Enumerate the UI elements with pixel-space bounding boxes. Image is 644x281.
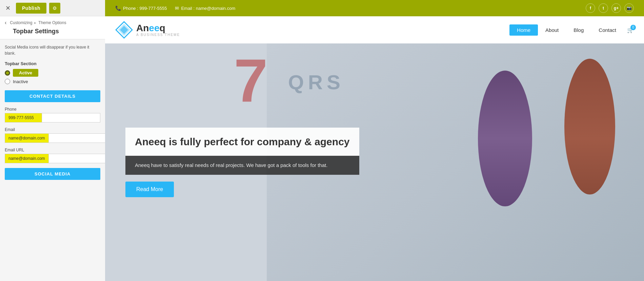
topbar-social-icons: f t g+ 📷 xyxy=(586,3,634,13)
phone-icon: 📞 xyxy=(115,5,121,11)
radio-active-label: Active xyxy=(13,69,38,77)
email-label: Email xyxy=(5,127,100,132)
phone-contact: 📞 Phone : 999-777-5555 xyxy=(115,5,167,11)
social-media-header[interactable]: SOCIAL MEDIA xyxy=(5,168,100,180)
phone-input[interactable] xyxy=(42,113,100,123)
hero-watermark-number: 7 xyxy=(234,50,268,111)
logo-icon xyxy=(115,21,133,39)
hero-subtitle: Aneeq have to satisfy real needs of real… xyxy=(135,161,350,169)
instagram-icon[interactable]: 📷 xyxy=(624,3,634,13)
nav-contact[interactable]: Contact xyxy=(591,24,624,36)
nav-links: Home About Blog Contact 🛒 0 xyxy=(509,24,634,36)
logo-name: Aneeq xyxy=(136,23,180,33)
contact-details-header[interactable]: CONTACT DETAILS xyxy=(5,90,100,102)
logo-text: Aneeq A BUSINESS THEME xyxy=(136,23,180,37)
email-url-field-group: Email URL name@domain.com xyxy=(5,148,100,163)
logo-highlight: ee xyxy=(149,23,159,33)
close-button[interactable]: ✕ xyxy=(3,3,13,13)
breadcrumb-root: Customizing xyxy=(10,20,32,25)
logo-area: Aneeq A BUSINESS THEME xyxy=(115,21,180,39)
phone-field-group: Phone 999-777-5555 xyxy=(5,107,100,123)
cart-icon[interactable]: 🛒 0 xyxy=(627,27,634,33)
hero-title: Aneeq is fully perfect for company & age… xyxy=(135,135,350,148)
radio-inactive-input[interactable] xyxy=(5,79,10,84)
hero-content: Aneeq is fully perfect for company & age… xyxy=(125,128,359,197)
hero-subtitle-box: Aneeq have to satisfy real needs of real… xyxy=(125,156,359,175)
hero-title-box: Aneeq is fully perfect for company & age… xyxy=(125,128,359,156)
facebook-icon[interactable]: f xyxy=(586,3,595,13)
email-icon: ✉ xyxy=(175,5,179,11)
site-navbar: Aneeq A BUSINESS THEME Home About Blog C… xyxy=(105,16,644,43)
phone-row: 999-777-5555 xyxy=(5,113,100,123)
publish-button[interactable]: Publish xyxy=(16,3,46,14)
breadcrumb-separator: ▸ xyxy=(34,20,36,25)
nav-home[interactable]: Home xyxy=(509,24,538,36)
email-contact: ✉ Email : name@domain.com xyxy=(175,5,235,11)
site-preview: 📞 Phone : 999-777-5555 ✉ Email : name@do… xyxy=(105,0,644,281)
topbar-left: 📞 Phone : 999-777-5555 ✉ Email : name@do… xyxy=(115,5,235,11)
customizer-panel: ✕ Publish ⚙ ‹ Customizing ▸ Theme Option… xyxy=(0,0,105,281)
googleplus-icon[interactable]: g+ xyxy=(611,3,621,13)
email-url-label: Email URL xyxy=(5,148,100,152)
email-input[interactable] xyxy=(49,133,105,143)
page-title: Topbar Settings xyxy=(0,27,105,39)
phone-value: 999-777-5555 xyxy=(5,113,42,123)
cart-badge: 0 xyxy=(630,25,636,30)
hero-watermark-letters: QRS xyxy=(288,71,344,94)
nav-about[interactable]: About xyxy=(538,24,566,36)
email-value: name@domain.com xyxy=(5,133,49,143)
back-button[interactable]: ‹ xyxy=(5,20,6,26)
phone-text: Phone : 999-777-5555 xyxy=(123,6,167,11)
breadcrumb-parent: Theme Options xyxy=(38,20,66,25)
radio-active-input[interactable] xyxy=(5,70,10,76)
email-row: name@domain.com xyxy=(5,133,100,143)
site-topbar: 📞 Phone : 999-777-5555 ✉ Email : name@do… xyxy=(105,0,644,16)
phone-label: Phone xyxy=(5,107,100,112)
email-url-row: name@domain.com xyxy=(5,154,100,163)
topbar-section-group: Topbar Section Active Inactive xyxy=(5,61,100,84)
breadcrumb-bar: ‹ Customizing ▸ Theme Options xyxy=(0,16,105,27)
gear-button[interactable]: ⚙ xyxy=(49,3,60,14)
radio-inactive[interactable]: Inactive xyxy=(5,79,100,84)
radio-group: Active Inactive xyxy=(5,69,100,84)
email-url-input[interactable] xyxy=(49,154,105,163)
email-field-group: Email name@domain.com xyxy=(5,127,100,143)
radio-active[interactable]: Active xyxy=(5,69,100,77)
twitter-icon[interactable]: t xyxy=(599,3,608,13)
topbar-section-label: Topbar Section xyxy=(5,61,100,66)
email-text: Email : name@domain.com xyxy=(181,6,235,11)
logo-tagline: A BUSINESS THEME xyxy=(136,33,180,37)
hero-section: 7 QRS Aneeq is fully perfect for company… xyxy=(105,43,644,281)
panel-body: Social Media icons will disappear if you… xyxy=(0,39,105,281)
info-text: Social Media icons will disappear if you… xyxy=(5,44,100,56)
nav-blog[interactable]: Blog xyxy=(566,24,591,36)
email-url-value: name@domain.com xyxy=(5,154,49,163)
hero-cta-button[interactable]: Read More xyxy=(125,182,174,197)
toolbar: ✕ Publish ⚙ xyxy=(0,0,105,16)
radio-inactive-label: Inactive xyxy=(13,79,28,84)
